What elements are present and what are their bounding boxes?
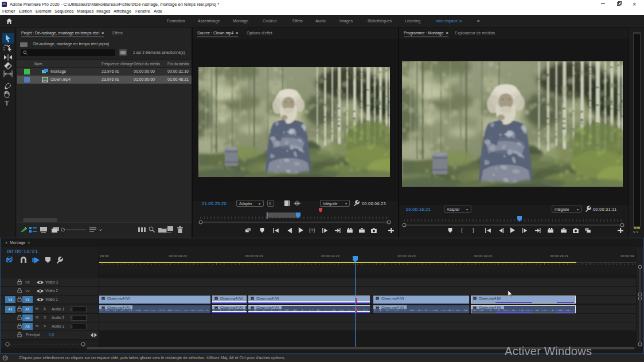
svg-text:}: } — [473, 228, 474, 233]
svg-text:{: { — [461, 228, 463, 233]
svg-text:{+}: {+} — [309, 228, 315, 233]
